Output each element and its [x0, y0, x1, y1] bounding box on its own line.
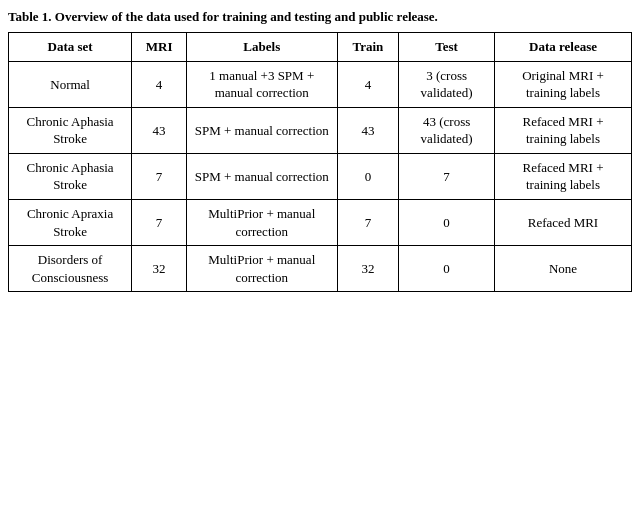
cell-train-2: 0	[337, 153, 399, 199]
cell-labels-4: MultiPrior + manual correction	[186, 246, 337, 292]
header-release: Data release	[495, 33, 632, 62]
cell-labels-3: MultiPrior + manual correction	[186, 200, 337, 246]
cell-mri-3: 7	[132, 200, 187, 246]
cell-test-0: 3 (cross validated)	[399, 61, 495, 107]
header-mri: MRI	[132, 33, 187, 62]
table-caption: Table 1. Overview of the data used for t…	[8, 8, 632, 26]
table-header-row: Data set MRI Labels Train Test Data rele…	[9, 33, 632, 62]
cell-dataset-2: Chronic Aphasia Stroke	[9, 153, 132, 199]
table-row: Chronic Aphasia Stroke43SPM + manual cor…	[9, 107, 632, 153]
cell-dataset-3: Chronic Apraxia Stroke	[9, 200, 132, 246]
cell-train-4: 32	[337, 246, 399, 292]
header-train: Train	[337, 33, 399, 62]
cell-release-2: Refaced MRI + training labels	[495, 153, 632, 199]
cell-test-2: 7	[399, 153, 495, 199]
cell-test-1: 43 (cross validated)	[399, 107, 495, 153]
cell-labels-1: SPM + manual correction	[186, 107, 337, 153]
cell-test-4: 0	[399, 246, 495, 292]
cell-release-3: Refaced MRI	[495, 200, 632, 246]
header-dataset: Data set	[9, 33, 132, 62]
cell-release-0: Original MRI + training labels	[495, 61, 632, 107]
cell-mri-0: 4	[132, 61, 187, 107]
table-row: Chronic Apraxia Stroke7MultiPrior + manu…	[9, 200, 632, 246]
cell-test-3: 0	[399, 200, 495, 246]
cell-train-1: 43	[337, 107, 399, 153]
cell-mri-2: 7	[132, 153, 187, 199]
cell-dataset-0: Normal	[9, 61, 132, 107]
table-row: Chronic Aphasia Stroke7SPM + manual corr…	[9, 153, 632, 199]
cell-labels-0: 1 manual +3 SPM + manual correction	[186, 61, 337, 107]
data-table: Data set MRI Labels Train Test Data rele…	[8, 32, 632, 292]
cell-mri-4: 32	[132, 246, 187, 292]
cell-train-0: 4	[337, 61, 399, 107]
table-row: Disorders of Consciousness32MultiPrior +…	[9, 246, 632, 292]
table-row: Normal41 manual +3 SPM + manual correcti…	[9, 61, 632, 107]
cell-dataset-1: Chronic Aphasia Stroke	[9, 107, 132, 153]
header-test: Test	[399, 33, 495, 62]
cell-release-4: None	[495, 246, 632, 292]
cell-dataset-4: Disorders of Consciousness	[9, 246, 132, 292]
cell-labels-2: SPM + manual correction	[186, 153, 337, 199]
cell-release-1: Refaced MRI + training labels	[495, 107, 632, 153]
header-labels: Labels	[186, 33, 337, 62]
cell-mri-1: 43	[132, 107, 187, 153]
cell-train-3: 7	[337, 200, 399, 246]
